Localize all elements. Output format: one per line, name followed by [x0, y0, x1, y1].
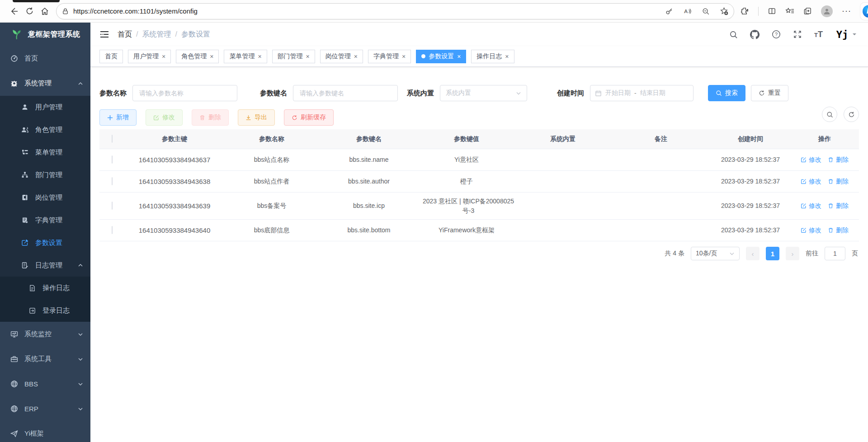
- tab-home[interactable]: 首页: [99, 50, 123, 63]
- add-button[interactable]: 新增: [99, 109, 137, 126]
- sidebar-item-erp[interactable]: ERP: [0, 396, 90, 421]
- filter-key-input[interactable]: [293, 85, 398, 101]
- tab-close-icon[interactable]: ×: [505, 53, 509, 60]
- favorite-star-icon[interactable]: [720, 7, 728, 15]
- tab-department-management[interactable]: 部门管理×: [272, 50, 315, 63]
- zoom-out-icon[interactable]: [702, 7, 710, 15]
- tab-dict-management[interactable]: 字典管理×: [368, 50, 411, 63]
- tab-config-settings[interactable]: 参数设置×: [416, 50, 466, 63]
- font-size-icon[interactable]: TT: [814, 30, 823, 39]
- sidebar-item-bbs[interactable]: BBS: [0, 371, 90, 396]
- row-delete-link[interactable]: 删除: [828, 201, 849, 210]
- tab-close-icon[interactable]: ×: [354, 53, 358, 60]
- fullscreen-icon[interactable]: [793, 30, 802, 39]
- tab-label: 参数设置: [429, 52, 454, 61]
- tab-close-icon[interactable]: ×: [210, 53, 213, 60]
- tab-user-management[interactable]: 用户管理×: [128, 50, 171, 63]
- row-delete-link[interactable]: 删除: [828, 155, 849, 164]
- delete-button[interactable]: 删除: [192, 109, 229, 126]
- cell-config-id: 1641030593384943640: [125, 223, 224, 238]
- tab-label: 用户管理: [133, 52, 159, 61]
- tab-close-icon[interactable]: ×: [306, 53, 310, 60]
- user-menu[interactable]: Yj: [835, 27, 856, 42]
- sidebar-item-department-management[interactable]: 部门管理: [0, 164, 90, 186]
- select-all-checkbox[interactable]: [112, 135, 113, 143]
- next-page-button[interactable]: ›: [786, 247, 799, 260]
- github-icon[interactable]: [750, 30, 760, 39]
- extensions-icon[interactable]: [741, 7, 749, 15]
- search-button[interactable]: 搜索: [708, 85, 745, 101]
- sidebar-item-operation-log[interactable]: 操作日志: [0, 277, 90, 299]
- sidebar-item-role-management[interactable]: 角色管理: [0, 118, 90, 141]
- collections-icon[interactable]: [803, 7, 812, 15]
- sidebar-item-label: 系统管理: [24, 79, 52, 88]
- tab-close-icon[interactable]: ×: [402, 53, 406, 60]
- reset-button[interactable]: 重置: [751, 85, 788, 101]
- refresh-table-button[interactable]: [844, 107, 859, 122]
- page-number-button[interactable]: 1: [766, 247, 779, 260]
- sidebar-item-config-settings[interactable]: 参数设置: [0, 231, 90, 254]
- sidebar-item-dict-management[interactable]: 字典管理: [0, 209, 90, 231]
- sidebar-item-system-tools[interactable]: 系统工具: [0, 347, 90, 371]
- export-button[interactable]: 导出: [238, 109, 275, 126]
- browser-home-button[interactable]: [37, 4, 52, 19]
- page-unit-label: 页: [852, 249, 858, 258]
- sidebar-item-menu-management[interactable]: 菜单管理: [0, 141, 90, 164]
- filter-name-input[interactable]: [132, 85, 237, 101]
- sidebar-item-login-log[interactable]: 登录日志: [0, 299, 90, 322]
- sidebar-item-home[interactable]: 首页: [0, 46, 90, 71]
- breadcrumb-home[interactable]: 首页: [118, 30, 132, 39]
- tab-role-management[interactable]: 角色管理×: [176, 50, 219, 63]
- row-checkbox[interactable]: [112, 202, 113, 210]
- row-checkbox[interactable]: [112, 177, 113, 185]
- sidebar-collapse-button[interactable]: [99, 28, 110, 40]
- bing-copilot-button[interactable]: b: [860, 3, 868, 20]
- help-icon[interactable]: ?: [772, 30, 781, 39]
- refresh-cache-button[interactable]: 刷新缓存: [284, 109, 334, 126]
- browser-back-button[interactable]: [6, 4, 22, 19]
- row-delete-link[interactable]: 删除: [828, 177, 849, 186]
- refresh-icon: [759, 90, 765, 96]
- edit-button[interactable]: 修改: [146, 109, 183, 126]
- url-text[interactable]: https://ccnetcore.com:1101/system/config: [73, 7, 665, 15]
- tab-operation-log[interactable]: 操作日志×: [471, 50, 514, 63]
- address-bar[interactable]: https://ccnetcore.com:1101/system/config…: [56, 3, 734, 19]
- sidebar-item-yi-framework[interactable]: Yi框架: [0, 421, 90, 442]
- filter-date-range[interactable]: 开始日期 - 结束日期: [590, 85, 693, 101]
- sidebar-item-system-management[interactable]: 系统管理: [0, 71, 90, 96]
- row-checkbox[interactable]: [112, 226, 113, 234]
- cell-config-key: bbs.site.bottom: [319, 223, 419, 237]
- tab-close-icon[interactable]: ×: [258, 53, 261, 60]
- svg-text:A: A: [684, 8, 688, 14]
- browser-refresh-button[interactable]: [22, 4, 37, 19]
- prev-page-button[interactable]: ‹: [746, 247, 760, 260]
- page-size-select[interactable]: 10条/页: [691, 247, 740, 260]
- toggle-search-button[interactable]: [822, 107, 837, 122]
- search-icon[interactable]: [729, 30, 738, 39]
- read-aloud-icon[interactable]: A: [683, 7, 692, 15]
- row-checkbox[interactable]: [112, 155, 113, 164]
- tab-menu-management[interactable]: 菜单管理×: [224, 50, 267, 63]
- password-key-icon[interactable]: [665, 7, 673, 15]
- profile-person-icon: [823, 7, 831, 15]
- globe-icon: [10, 380, 18, 388]
- browser-menu-dots[interactable]: ···: [842, 6, 851, 16]
- sidebar-item-user-management[interactable]: 用户管理: [0, 96, 90, 118]
- row-edit-link[interactable]: 修改: [801, 177, 821, 186]
- tab-close-icon[interactable]: ×: [457, 53, 461, 60]
- filter-builtin-select[interactable]: 系统内置: [440, 85, 527, 101]
- split-screen-icon[interactable]: [768, 7, 776, 15]
- sidebar-item-system-monitor[interactable]: 系统监控: [0, 322, 90, 347]
- row-edit-link[interactable]: 修改: [801, 201, 821, 210]
- row-edit-link[interactable]: 修改: [801, 155, 821, 164]
- row-delete-link[interactable]: 删除: [828, 226, 849, 235]
- favorites-bar-icon[interactable]: [785, 7, 794, 15]
- sidebar-item-log-management[interactable]: 日志管理: [0, 254, 90, 277]
- goto-page-input[interactable]: [825, 247, 845, 260]
- chevron-down-icon: [78, 357, 83, 362]
- row-edit-link[interactable]: 修改: [801, 226, 821, 235]
- tab-close-icon[interactable]: ×: [162, 53, 165, 60]
- tab-post-management[interactable]: 岗位管理×: [320, 50, 363, 63]
- browser-profile-avatar[interactable]: [821, 5, 833, 17]
- sidebar-item-post-management[interactable]: 岗位管理: [0, 186, 90, 209]
